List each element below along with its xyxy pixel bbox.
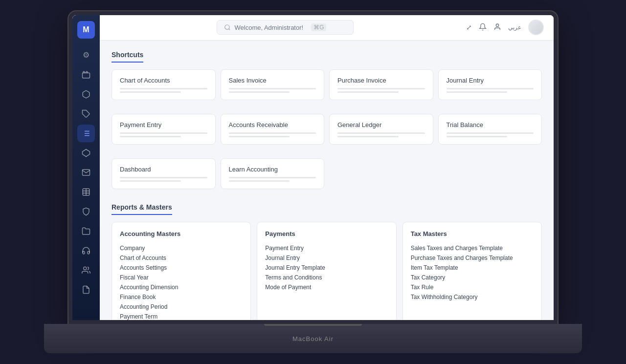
report-link-purchase-taxes[interactable]: Purchase Taxes and Charges Template [411, 253, 534, 263]
header-actions: ⤢ عربي [466, 20, 544, 35]
report-link-fiscal-year[interactable]: Fiscal Year [120, 273, 243, 282]
report-link-item-tax-template[interactable]: Item Tax Template [411, 263, 534, 273]
shortcuts-title: Shortcuts [112, 51, 143, 63]
search-welcome-text: Welcome, Administrator! [235, 24, 304, 31]
sidebar-logo[interactable]: M [77, 21, 95, 39]
shortcut-line-9 [120, 132, 207, 134]
mail-icon[interactable] [77, 164, 95, 181]
header: Welcome, Administrator! ⌘G ⤢ عربي [100, 15, 554, 41]
shortcut-journal-entry[interactable]: Journal Entry [438, 69, 542, 100]
tax-masters-card: Tax Masters Sales Taxes and Charges Temp… [402, 222, 542, 320]
shortcut-payment-entry[interactable]: Payment Entry [112, 114, 216, 145]
shortcut-journal-entry-label: Journal Entry [447, 77, 534, 84]
shortcut-purchase-invoice-label: Purchase Invoice [337, 77, 425, 84]
shortcut-line-15 [447, 132, 534, 134]
shortcut-line-18 [120, 180, 181, 182]
shortcuts-section: Shortcuts Chart of Accounts Sales Invoic… [112, 50, 542, 189]
shortcut-line-5 [337, 88, 425, 89]
shortcut-chart-of-accounts-label: Chart of Accounts [120, 77, 207, 84]
report-link-accounting-period[interactable]: Accounting Period [120, 302, 243, 312]
shortcuts-row-1: Chart of Accounts Sales Invoice Purchase [112, 69, 542, 100]
reports-section: Reports & Masters Accounting Masters Com… [112, 203, 542, 320]
accounting-masters-card: Accounting Masters Company Chart of Acco… [112, 222, 251, 320]
shortcut-line-2 [120, 91, 181, 93]
laptop-wrapper: M ⚙ [44, 11, 582, 353]
search-shortcut-key: ⌘G [311, 23, 326, 31]
tag-icon[interactable] [77, 105, 95, 123]
shortcut-line-13 [337, 132, 425, 134]
shortcut-line-10 [120, 136, 181, 137]
shortcut-trial-balance-label: Trial Balance [447, 121, 534, 128]
report-link-company[interactable]: Company [120, 243, 243, 253]
shortcut-learn-accounting[interactable]: Learn Accounting [221, 158, 325, 189]
svg-rect-0 [83, 73, 90, 78]
shortcuts-row-2: Payment Entry Accounts Receivable Genera [112, 114, 542, 145]
shortcut-dashboard[interactable]: Dashboard [112, 158, 216, 189]
report-link-tax-withholding[interactable]: Tax Withholding Category [411, 292, 534, 302]
users-icon[interactable] [77, 261, 95, 279]
svg-marker-8 [83, 149, 90, 156]
shortcut-general-ledger[interactable]: General Ledger [329, 114, 433, 145]
doc-icon[interactable] [77, 281, 95, 299]
shield-icon[interactable] [77, 203, 95, 220]
app: M ⚙ [72, 15, 554, 320]
shortcut-trial-balance[interactable]: Trial Balance [438, 114, 542, 145]
table-icon[interactable] [77, 183, 95, 201]
report-link-accounts-settings[interactable]: Accounts Settings [120, 263, 243, 273]
search-icon [224, 24, 231, 31]
shortcut-line-1 [120, 88, 207, 89]
tax-masters-title: Tax Masters [411, 230, 534, 237]
arabic-label[interactable]: عربي [508, 24, 521, 31]
svg-line-15 [228, 29, 230, 30]
header-search: Welcome, Administrator! ⌘G [110, 20, 460, 35]
shortcut-sales-invoice-label: Sales Invoice [229, 77, 316, 84]
report-link-payment-term[interactable]: Payment Term [120, 312, 243, 320]
shortcut-line-7 [447, 88, 534, 89]
shortcut-line-8 [447, 91, 508, 93]
report-link-terms-conditions[interactable]: Terms and Conditions [265, 273, 388, 282]
shortcut-sales-invoice[interactable]: Sales Invoice [221, 69, 325, 100]
wrench-icon[interactable]: ⚙ [77, 46, 95, 64]
shortcut-chart-of-accounts[interactable]: Chart of Accounts [112, 69, 216, 100]
report-link-mode-of-payment[interactable]: Mode of Payment [265, 282, 388, 292]
shortcut-line-20 [229, 180, 290, 182]
report-link-tax-rule[interactable]: Tax Rule [411, 282, 534, 292]
headset-icon[interactable] [77, 242, 95, 259]
reports-grid: Accounting Masters Company Chart of Acco… [112, 222, 542, 320]
store-icon[interactable] [77, 66, 95, 84]
sidebar: M ⚙ [72, 15, 100, 320]
report-link-accounting-dimension[interactable]: Accounting Dimension [120, 282, 243, 292]
shortcut-line-14 [337, 136, 399, 137]
shortcut-accounts-receivable-label: Accounts Receivable [229, 121, 316, 128]
svg-point-16 [496, 24, 498, 26]
shortcuts-row-3: Dashboard Learn Accounting [112, 158, 542, 189]
shortcut-line-17 [120, 177, 207, 178]
shortcut-line-11 [229, 132, 316, 134]
search-box[interactable]: Welcome, Administrator! ⌘G [217, 20, 354, 35]
user-icon[interactable] [493, 23, 501, 32]
box-icon[interactable] [77, 86, 95, 103]
report-link-finance-book[interactable]: Finance Book [120, 292, 243, 302]
shortcut-dashboard-label: Dashboard [120, 166, 207, 173]
notification-icon[interactable] [479, 23, 487, 32]
payments-title: Payments [265, 230, 388, 237]
shortcut-general-ledger-label: General Ledger [337, 121, 425, 128]
content-area: Shortcuts Chart of Accounts Sales Invoic… [100, 41, 554, 320]
expand-icon[interactable]: ⤢ [466, 23, 472, 31]
report-link-sales-taxes[interactable]: Sales Taxes and Charges Template [411, 243, 534, 253]
payments-card: Payments Payment Entry Journal Entry Jou… [257, 222, 396, 320]
report-link-journal-entry[interactable]: Journal Entry [265, 253, 388, 263]
shortcut-line-4 [229, 91, 290, 93]
header-avatar[interactable] [528, 20, 544, 35]
shortcut-line-6 [337, 91, 399, 93]
hex-icon[interactable] [77, 144, 95, 162]
report-link-tax-category[interactable]: Tax Category [411, 273, 534, 282]
shortcut-purchase-invoice[interactable]: Purchase Invoice [329, 69, 433, 100]
report-link-journal-entry-template[interactable]: Journal Entry Template [265, 263, 388, 273]
accounting-masters-title: Accounting Masters [120, 230, 243, 237]
folder-icon[interactable] [77, 222, 95, 240]
report-link-chart-of-accounts[interactable]: Chart of Accounts [120, 253, 243, 263]
report-link-payment-entry[interactable]: Payment Entry [265, 243, 388, 253]
shortcut-accounts-receivable[interactable]: Accounts Receivable [221, 114, 325, 145]
list-icon[interactable] [77, 125, 95, 142]
